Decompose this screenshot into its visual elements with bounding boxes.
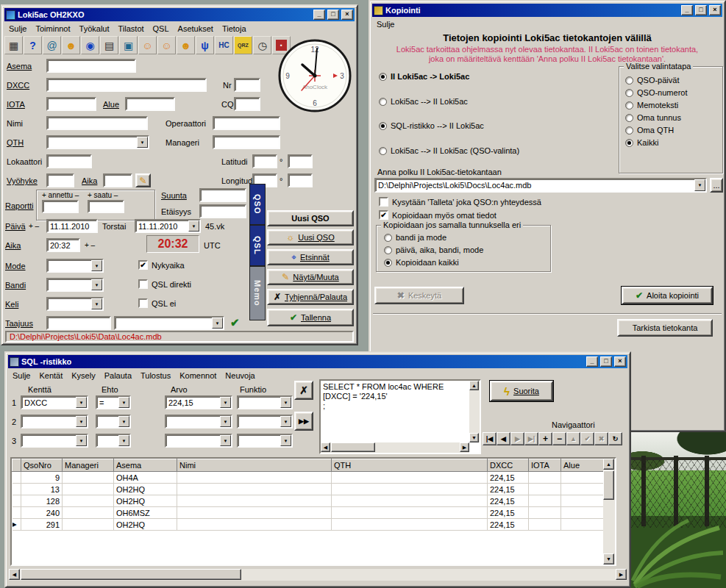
arvo-combobox-1[interactable]: 224,15▼: [165, 395, 232, 409]
dropdown-icon[interactable]: ▼: [118, 397, 129, 408]
smiley-icon[interactable]: ☻: [177, 36, 195, 54]
alue-input[interactable]: [125, 97, 175, 111]
checkbox-qsl-direkti[interactable]: QSL direkti: [138, 279, 191, 289]
menu-tyokalut[interactable]: Työkalut: [75, 23, 114, 35]
menu-tilastot[interactable]: Tilastot: [114, 23, 149, 35]
menu-qsl[interactable]: QSL: [149, 23, 174, 35]
nav-edit-icon[interactable]: ▲: [566, 432, 580, 445]
computer-icon[interactable]: ▣: [119, 36, 138, 54]
browse-button[interactable]: ...: [710, 178, 723, 193]
scroll-left-icon[interactable]: ◀: [321, 442, 330, 452]
table-row[interactable]: 240 OH6MSZ 224,15: [13, 507, 604, 519]
radio-bandi-ja-mode[interactable]: bandi ja mode: [384, 233, 446, 242]
checkbox-kopioidaan-omat[interactable]: ✔Kopioidaan myös omat tiedot: [379, 210, 497, 220]
clear-query-button[interactable]: ✗: [294, 381, 313, 400]
minimize-button[interactable]: _: [586, 356, 598, 367]
grid-icon[interactable]: ▦: [4, 36, 23, 54]
dxcc-input[interactable]: [46, 78, 207, 92]
mode-combobox[interactable]: ▼: [46, 259, 104, 273]
aloita-kopiointi-button[interactable]: ✔Aloita kopiointi: [622, 287, 713, 304]
suunta-input[interactable]: [199, 188, 246, 202]
scroll-right-icon[interactable]: ▶: [460, 442, 469, 452]
dropdown-icon[interactable]: ▼: [91, 260, 102, 271]
radio-sql-ristikko-to-ii-loki5ac[interactable]: SQL-ristikko --> II Loki5ac: [379, 121, 484, 130]
raportti-annettu-input[interactable]: [42, 200, 79, 213]
aika-small-input[interactable]: [103, 173, 132, 187]
menu-tietoja[interactable]: Tietoja: [218, 23, 251, 35]
web-icon[interactable]: @: [43, 36, 61, 54]
column-header[interactable]: Nimi: [177, 459, 332, 472]
scroll-right-icon[interactable]: ▶: [616, 569, 627, 580]
scroll-up-icon[interactable]: ▲: [603, 459, 614, 470]
aika-note-button[interactable]: ✎: [135, 173, 151, 187]
arvo-combobox-2[interactable]: ▼: [165, 415, 232, 429]
sql-titlebar[interactable]: SQL -ristikko _ □ ×: [8, 355, 627, 368]
radio-loki5ac-qso-valinta[interactable]: Loki5ac --> II Loki5ac (QSO-valinta): [379, 146, 519, 155]
latitudi-min-input[interactable]: [288, 154, 313, 168]
bandi-combobox[interactable]: ▼: [46, 278, 104, 292]
nav-insert-icon[interactable]: +: [538, 432, 552, 445]
column-header[interactable]: DXCC: [488, 459, 529, 472]
globe-icon[interactable]: ◉: [81, 36, 99, 54]
radio-paiva-aika-bandi-mode[interactable]: päivä, aika, bandi, mode: [384, 245, 483, 254]
close-button[interactable]: ×: [341, 10, 353, 20]
dropdown-icon[interactable]: ▼: [280, 397, 291, 408]
memo-vertical-scrollbar[interactable]: ▲ ▼: [469, 381, 480, 442]
nav-first-icon[interactable]: |◀: [483, 432, 497, 445]
iota-input[interactable]: [46, 97, 96, 111]
radio-loki5ac-to-ii-loki5ac[interactable]: Loki5ac --> II Loki5ac: [379, 97, 468, 106]
scroll-thumb[interactable]: [603, 470, 614, 500]
longitudi-min-input[interactable]: [288, 173, 313, 187]
close-button[interactable]: ×: [614, 356, 626, 367]
dropdown-icon[interactable]: ▼: [280, 435, 291, 446]
nav-last-icon[interactable]: ▶|: [524, 432, 538, 445]
nav-refresh-icon[interactable]: ↻: [608, 432, 622, 445]
dropdown-icon[interactable]: ▼: [118, 416, 129, 427]
scroll-thumb[interactable]: [21, 569, 241, 580]
menu-sulje[interactable]: Sulje: [8, 370, 35, 381]
tab-memo[interactable]: Memo: [249, 266, 266, 320]
table-row[interactable]: ▶ 291 OH2HQ 224,15: [13, 519, 604, 531]
menu-sulje[interactable]: Sulje: [4, 23, 31, 35]
radio-qso-paivat[interactable]: QSO-päivät: [625, 76, 679, 85]
qth-combobox[interactable]: ▼: [46, 135, 149, 149]
path-combobox[interactable]: D:\Delphi\Projects\Loki5\Docs\Loc4ac.mdb…: [374, 178, 707, 193]
nr-input[interactable]: [234, 78, 260, 92]
uusi-qso-button[interactable]: ☼Uusi QSO: [267, 229, 354, 245]
dropdown-icon[interactable]: ▼: [76, 435, 87, 446]
scroll-thumb[interactable]: [331, 442, 375, 452]
tarkista-tietokanta-button[interactable]: Tarkista tietokanta: [617, 319, 713, 337]
funktio-combobox-2[interactable]: ▼: [237, 415, 293, 429]
calendar-icon[interactable]: ▤: [100, 36, 118, 54]
arvo-combobox-3[interactable]: ▼: [165, 434, 232, 448]
dropdown-icon[interactable]: ▼: [91, 279, 102, 290]
radio-ii-loki5ac-to-loki5ac[interactable]: II Loki5ac -> Loki5ac: [379, 72, 469, 81]
dropdown-icon[interactable]: ▼: [188, 220, 199, 232]
kentta-combobox-2[interactable]: ▼: [21, 415, 88, 429]
asema-input[interactable]: [46, 59, 136, 73]
uusi-qso-header[interactable]: Uusi QSO: [267, 210, 354, 226]
dropdown-icon[interactable]: ▼: [137, 137, 148, 148]
grid-vertical-scrollbar[interactable]: ▲ ▼: [603, 459, 615, 564]
column-header[interactable]: Asema: [114, 459, 177, 472]
kentta-combobox-3[interactable]: ▼: [21, 434, 88, 448]
maximize-button[interactable]: □: [695, 5, 707, 15]
loki-titlebar[interactable]: Loki5ac OH2KXO _ □ ×: [4, 8, 355, 21]
latitudi-deg-input[interactable]: [252, 154, 277, 168]
dropdown-icon[interactable]: ▼: [694, 179, 705, 191]
dropdown-icon[interactable]: ▼: [280, 416, 291, 427]
dropdown-icon[interactable]: ▼: [118, 435, 129, 446]
column-header[interactable]: Alue: [561, 459, 604, 472]
column-header[interactable]: Manageri: [63, 459, 114, 472]
radio-qso-numerot[interactable]: QSO-numerot: [625, 88, 687, 97]
ehto-combobox-1[interactable]: =▼: [96, 395, 131, 409]
apply-criteria-button[interactable]: ▶▶: [294, 412, 313, 431]
menu-kysely[interactable]: Kysely: [67, 370, 99, 381]
user-icon[interactable]: ☻: [62, 36, 80, 54]
checkbox-nykyaika[interactable]: ✔Nykyaika: [138, 260, 185, 270]
paiva2-combobox[interactable]: 11.11.2010▼: [135, 219, 201, 233]
kentta-combobox-1[interactable]: DXCC▼: [21, 395, 88, 409]
menu-tulostus[interactable]: Tulostus: [136, 370, 175, 381]
maximize-button[interactable]: □: [600, 356, 612, 367]
etaisyys-input[interactable]: [199, 204, 246, 218]
